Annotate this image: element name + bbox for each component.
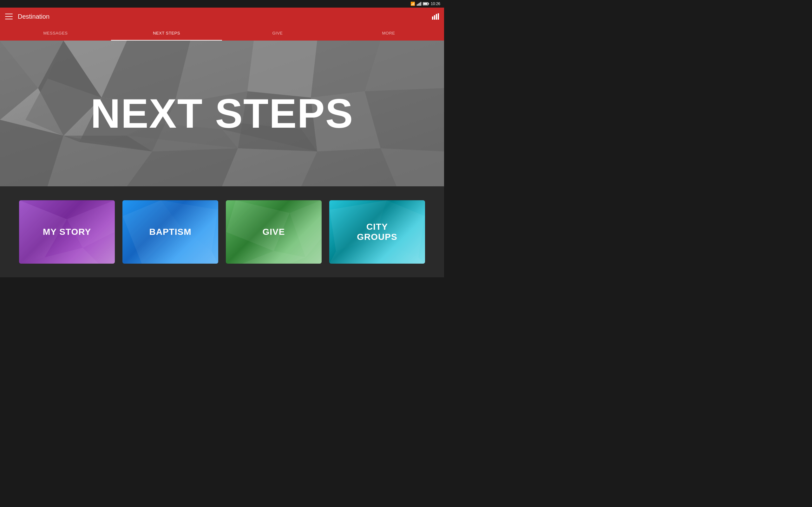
svg-rect-1 bbox=[418, 4, 418, 6]
tab-bar: MESSAGES NEXT STEPS GIVE MORE bbox=[0, 25, 444, 41]
tab-more[interactable]: MORE bbox=[333, 25, 444, 41]
chart-icon[interactable] bbox=[432, 13, 439, 20]
cards-section: MY STORY BAPTISM GIVE CITY GROUPS bbox=[0, 186, 444, 277]
tab-next-steps[interactable]: NEXT STEPS bbox=[111, 25, 222, 41]
svg-rect-7 bbox=[423, 3, 427, 5]
hero-title: NEXT STEPS bbox=[90, 90, 353, 137]
card-baptism-label: BAPTISM bbox=[149, 227, 192, 237]
svg-rect-8 bbox=[432, 16, 433, 20]
card-my-story[interactable]: MY STORY bbox=[19, 200, 115, 264]
card-give-label: GIVE bbox=[263, 227, 285, 237]
svg-rect-11 bbox=[438, 13, 439, 20]
card-baptism[interactable]: BAPTISM bbox=[122, 200, 218, 264]
app-bar: Destination bbox=[0, 8, 444, 25]
svg-rect-4 bbox=[420, 2, 421, 6]
svg-rect-6 bbox=[428, 3, 429, 4]
card-city-groups[interactable]: CITY GROUPS bbox=[329, 200, 425, 264]
svg-marker-31 bbox=[222, 148, 317, 186]
svg-marker-46 bbox=[290, 200, 321, 257]
status-bar: 📶 10:26 bbox=[0, 0, 444, 8]
svg-marker-17 bbox=[247, 41, 317, 98]
wifi-icon: 📶 bbox=[410, 2, 415, 6]
card-city-groups-label: CITY GROUPS bbox=[357, 222, 397, 242]
battery-icon bbox=[423, 2, 429, 6]
hero-banner: NEXT STEPS bbox=[0, 41, 444, 186]
tab-messages[interactable]: MESSAGES bbox=[0, 25, 111, 41]
hamburger-button[interactable] bbox=[5, 13, 13, 20]
card-my-story-label: MY STORY bbox=[43, 227, 91, 237]
svg-rect-9 bbox=[434, 15, 435, 20]
clock: 10:26 bbox=[431, 2, 440, 6]
status-icons: 📶 10:26 bbox=[410, 2, 440, 6]
app-title: Destination bbox=[18, 13, 432, 20]
svg-rect-0 bbox=[417, 4, 417, 6]
svg-rect-2 bbox=[419, 3, 419, 6]
svg-rect-3 bbox=[420, 3, 420, 6]
svg-marker-47 bbox=[242, 251, 305, 264]
svg-rect-10 bbox=[436, 14, 437, 20]
tab-give[interactable]: GIVE bbox=[222, 25, 333, 41]
svg-marker-45 bbox=[226, 200, 290, 251]
card-give[interactable]: GIVE bbox=[226, 200, 322, 264]
signal-icon bbox=[417, 2, 421, 6]
